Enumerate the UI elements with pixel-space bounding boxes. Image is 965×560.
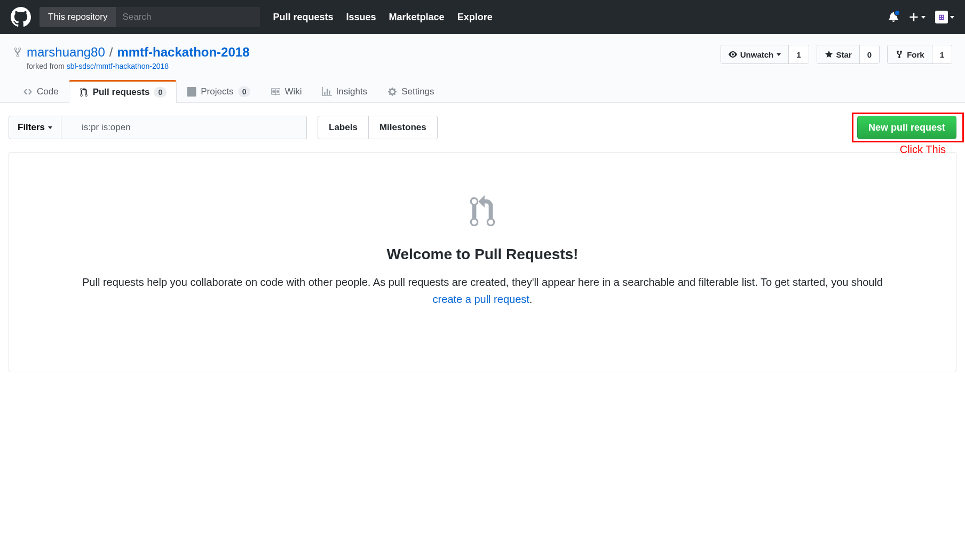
pr-toolbar: Filters Labels Milestones New pull reque…	[0, 103, 965, 152]
star-label: Star	[836, 50, 852, 59]
notifications-button[interactable]	[888, 11, 899, 23]
header-search: This repository	[39, 7, 260, 27]
git-pull-request-icon	[79, 87, 89, 97]
unwatch-label: Unwatch	[740, 50, 774, 59]
tab-insights[interactable]: Insights	[312, 80, 378, 102]
filter-search-wrap	[61, 116, 307, 139]
header-right: ⊞	[888, 11, 954, 23]
repo-title: marshuang80 / mmtf-hackathon-2018	[13, 45, 250, 60]
caret-down-icon	[48, 126, 52, 129]
tab-settings[interactable]: Settings	[377, 80, 444, 102]
annotation-highlight-box	[852, 113, 964, 142]
nav-pull-requests[interactable]: Pull requests	[273, 12, 333, 23]
nav-marketplace[interactable]: Marketplace	[389, 12, 445, 23]
repo-forked-icon	[13, 47, 22, 58]
milestones-button[interactable]: Milestones	[369, 116, 438, 139]
global-header: This repository Pull requests Issues Mar…	[0, 0, 965, 34]
filters-button[interactable]: Filters	[9, 116, 61, 139]
tab-wiki-label: Wiki	[284, 86, 302, 97]
labels-button[interactable]: Labels	[318, 116, 369, 139]
star-button[interactable]: Star 0	[817, 45, 880, 64]
git-pull-request-icon	[469, 195, 496, 228]
eye-icon	[729, 50, 737, 59]
forked-from: forked from sbl-sdsc/mmtf-hackathon-2018	[27, 62, 250, 70]
tab-projects-label: Projects	[201, 86, 233, 97]
plus-icon	[908, 12, 919, 22]
repo-owner-link[interactable]: marshuang80	[27, 45, 105, 60]
blankslate-text1: Pull requests help you collaborate on co…	[82, 276, 883, 288]
tab-code[interactable]: Code	[13, 80, 69, 102]
tab-projects[interactable]: Projects 0	[177, 80, 260, 102]
star-count[interactable]: 0	[859, 45, 879, 63]
star-icon	[825, 50, 833, 59]
project-icon	[187, 87, 196, 97]
notification-dot-icon	[894, 10, 900, 16]
caret-down-icon	[921, 16, 926, 19]
annotation-click-this: Click This	[900, 143, 946, 156]
book-icon	[271, 87, 280, 97]
caret-down-icon	[777, 53, 781, 56]
blankslate-text: Pull requests help you collaborate on co…	[73, 274, 892, 308]
tab-pulls-count: 0	[154, 87, 167, 98]
nav-issues[interactable]: Issues	[346, 12, 376, 23]
nav-explore[interactable]: Explore	[457, 12, 493, 23]
header-nav: Pull requests Issues Marketplace Explore	[273, 12, 492, 23]
tab-pulls-label: Pull requests	[93, 87, 150, 98]
fork-count[interactable]: 1	[932, 45, 952, 63]
filters-label: Filters	[18, 122, 45, 133]
forked-from-prefix: forked from	[27, 62, 67, 70]
tab-projects-count: 0	[238, 86, 251, 97]
labels-milestones-group: Labels Milestones	[318, 116, 438, 139]
github-logo-icon[interactable]	[11, 7, 31, 27]
watch-count[interactable]: 1	[788, 45, 808, 63]
fork-icon	[895, 50, 904, 59]
create-pull-request-link[interactable]: create a pull request	[433, 293, 529, 305]
user-menu[interactable]: ⊞	[935, 11, 954, 23]
gear-icon	[387, 87, 397, 97]
fork-label: Fork	[907, 50, 924, 59]
filter-search-input[interactable]	[61, 116, 307, 139]
repo-actions: Unwatch 1 Star 0 Fork 1	[721, 45, 952, 64]
avatar: ⊞	[935, 11, 948, 23]
tab-pull-requests[interactable]: Pull requests 0	[69, 80, 177, 103]
caret-down-icon	[950, 16, 954, 19]
fork-button[interactable]: Fork 1	[887, 45, 952, 64]
search-input[interactable]	[116, 7, 260, 27]
code-icon	[23, 87, 33, 97]
repo-tabs: Code Pull requests 0 Projects 0 Wiki Ins…	[13, 80, 952, 102]
search-scope-label[interactable]: This repository	[39, 12, 116, 22]
tab-wiki[interactable]: Wiki	[260, 80, 312, 102]
blankslate-text2: .	[529, 293, 533, 305]
blankslate: Welcome to Pull Requests! Pull requests …	[9, 152, 956, 372]
tab-settings-label: Settings	[401, 86, 434, 97]
unwatch-button[interactable]: Unwatch 1	[721, 45, 809, 64]
tab-insights-label: Insights	[336, 86, 368, 97]
repo-header: marshuang80 / mmtf-hackathon-2018 forked…	[0, 34, 965, 103]
tab-code-label: Code	[37, 86, 59, 97]
graph-icon	[322, 87, 332, 97]
repo-separator: /	[109, 45, 113, 60]
create-new-dropdown[interactable]	[908, 12, 926, 22]
forked-from-link[interactable]: sbl-sdsc/mmtf-hackathon-2018	[67, 62, 169, 70]
blankslate-title: Welcome to Pull Requests!	[73, 246, 892, 263]
repo-name-link[interactable]: mmtf-hackathon-2018	[117, 45, 249, 60]
